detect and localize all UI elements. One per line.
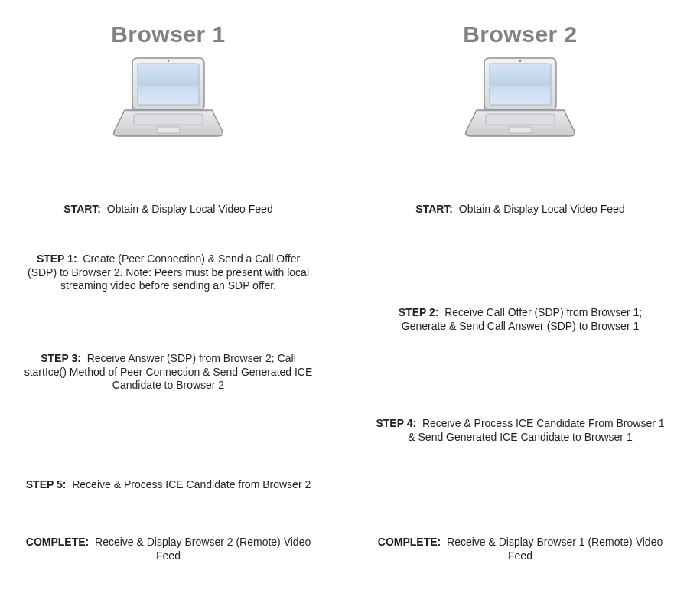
step-label: START: [415,203,453,215]
column-browser-2: Browser 2 [352,0,687,141]
step-text: Obtain & Display Local Video Feed [107,203,273,215]
step-start-2: START: Obtain & Display Local Video Feed [375,203,666,217]
laptop-icon [111,57,226,141]
svg-rect-10 [486,114,555,125]
step-text: Receive & Display Browser 2 (Remote) Vid… [95,536,311,562]
step-label: STEP 1: [37,253,77,265]
diagram-canvas: Browser 1 [0,0,687,616]
step-complete-1: COMPLETE: Receive & Display Browser 2 (R… [23,536,314,562]
svg-rect-5 [157,127,180,133]
laptop-icon [463,57,578,141]
step-text: Receive & Process ICE Candidate From Bro… [408,417,664,443]
step-label: COMPLETE: [26,536,89,548]
step-5: STEP 5: Receive & Process ICE Candidate … [23,478,314,492]
step-label: STEP 2: [399,306,439,318]
step-complete-2: COMPLETE: Receive & Display Browser 1 (R… [375,536,666,562]
svg-rect-4 [134,114,203,125]
step-label: STEP 4: [376,417,416,429]
svg-rect-7 [490,64,551,105]
step-label: STEP 5: [26,478,67,491]
heading-browser-2: Browser 2 [352,21,687,47]
step-4: STEP 4: Receive & Process ICE Candidate … [375,417,666,444]
svg-point-8 [519,60,522,62]
step-start-1: START: Obtain & Display Local Video Feed [23,203,314,217]
svg-rect-1 [138,64,199,105]
svg-rect-11 [509,127,532,133]
step-2: STEP 2: Receive Call Offer (SDP) from Br… [375,306,666,333]
step-1: STEP 1: Create (Peer Connection) & Send … [23,253,314,293]
step-label: COMPLETE: [378,536,441,548]
step-label: STEP 3: [41,352,81,364]
step-label: START: [63,203,101,215]
svg-point-2 [168,60,170,62]
step-text: Receive & Display Browser 1 (Remote) Vid… [447,536,663,562]
step-3: STEP 3: Receive Answer (SDP) from Browse… [23,352,314,393]
heading-browser-1: Browser 1 [0,21,337,47]
step-text: Obtain & Display Local Video Feed [459,203,625,215]
step-text: Receive & Process ICE Candidate from Bro… [72,478,311,491]
column-browser-1: Browser 1 [0,0,337,141]
